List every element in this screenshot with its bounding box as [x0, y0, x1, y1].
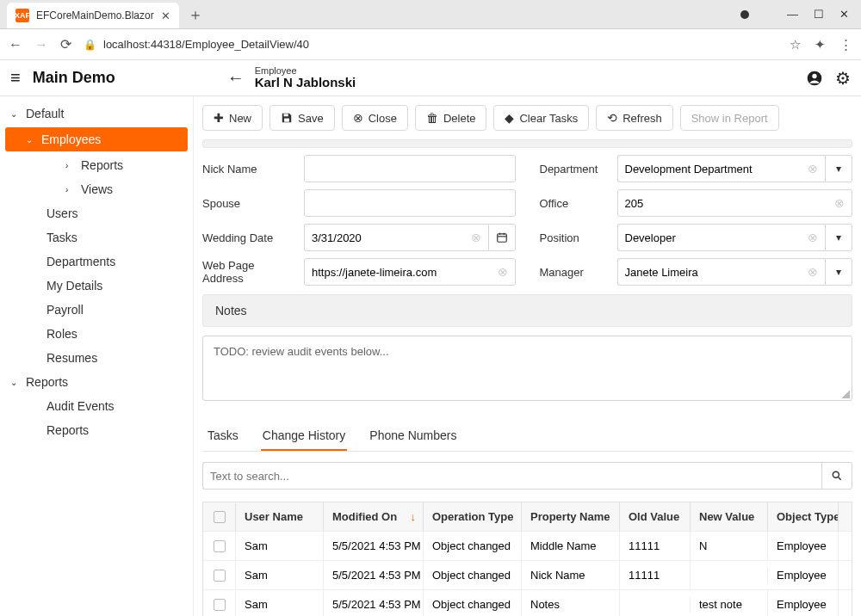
sidebar-item-employees-reports[interactable]: ›Reports	[0, 153, 193, 177]
media-indicator-icon[interactable]	[740, 10, 749, 19]
account-icon[interactable]	[806, 70, 823, 87]
row-checkbox[interactable]	[203, 591, 236, 617]
browser-menu-icon[interactable]: ⋮	[839, 37, 852, 52]
gear-icon[interactable]: ⚙	[835, 68, 851, 89]
hamburger-icon[interactable]: ≡	[10, 68, 21, 88]
row-checkbox[interactable]	[203, 533, 236, 560]
office-input[interactable]: ⊗	[617, 189, 853, 217]
col-old[interactable]: Old Value	[620, 502, 691, 531]
tab-phone-numbers[interactable]: Phone Numbers	[368, 422, 458, 451]
clear-tasks-button[interactable]: ◆Clear Tasks	[493, 105, 589, 131]
department-dropdown-button[interactable]: ▾	[825, 155, 852, 182]
col-operation[interactable]: Operation Type	[424, 502, 522, 531]
position-label: Position	[540, 231, 609, 244]
sidebar-item-reports-sub[interactable]: Reports	[0, 418, 193, 442]
manager-input[interactable]: ⊗	[617, 258, 826, 286]
extensions-icon[interactable]: ✦	[815, 37, 826, 52]
back-arrow-icon[interactable]: ←	[227, 68, 245, 88]
cell-user: Sam	[236, 590, 324, 616]
sidebar-item-roles[interactable]: Roles	[0, 322, 193, 346]
sidebar-item-users[interactable]: Users	[0, 201, 193, 225]
cell-property: Nick Name	[522, 561, 620, 589]
save-button[interactable]: Save	[269, 105, 335, 131]
notes-textarea[interactable]: TODO: review audit events below...	[202, 336, 852, 401]
nav-reload-icon[interactable]: ⟳	[60, 36, 71, 52]
sidebar-item-employees-views[interactable]: ›Views	[0, 177, 193, 201]
trash-icon: 🗑	[426, 111, 438, 125]
cell-object: Employee	[768, 532, 839, 560]
table-row[interactable]: Sam5/5/2021 4:53 PMObject changedNick Na…	[203, 560, 852, 589]
browser-address-bar: ← → ⟳ 🔒 localhost:44318/Employee_DetailV…	[0, 29, 861, 60]
sidebar-item-employees[interactable]: ⌄Employees	[5, 127, 188, 151]
url-field[interactable]: 🔒 localhost:44318/Employee_DetailView/40	[84, 38, 777, 51]
tab-change-history[interactable]: Change History	[261, 422, 348, 451]
sidebar-item-my-details[interactable]: My Details	[0, 274, 193, 298]
spouse-label: Spouse	[202, 197, 295, 210]
clear-icon[interactable]: ⊗	[471, 231, 481, 244]
col-modified[interactable]: Modified On	[324, 502, 424, 531]
cell-new: test note	[691, 590, 768, 616]
sidebar-item-reports-root[interactable]: ⌄Reports	[0, 370, 193, 394]
row-checkbox[interactable]	[203, 562, 236, 589]
department-input[interactable]: ⊗	[617, 155, 826, 182]
table-row[interactable]: Sam5/5/2021 4:53 PMObject changedNoteste…	[203, 589, 852, 616]
svg-line-9	[839, 477, 841, 480]
col-new[interactable]: New Value	[691, 502, 768, 531]
plus-icon: ✚	[214, 111, 224, 125]
svg-point-1	[812, 73, 816, 77]
close-button[interactable]: ⊗Close	[342, 105, 408, 131]
window-maximize-button[interactable]: ☐	[814, 8, 824, 21]
cell-modified: 5/5/2021 4:53 PM	[324, 561, 424, 589]
show-in-report-button[interactable]: Show in Report	[680, 105, 779, 131]
wedding-date-input[interactable]: ⊗	[304, 224, 488, 251]
grid-search-button[interactable]	[821, 462, 852, 490]
svg-rect-3	[284, 119, 289, 122]
sidebar-item-audit-events[interactable]: Audit Events	[0, 394, 193, 418]
cell-new	[691, 568, 768, 583]
position-dropdown-button[interactable]: ▾	[825, 224, 852, 251]
window-close-button[interactable]: ✕	[839, 8, 849, 21]
nav-back-icon[interactable]: ←	[9, 37, 22, 52]
change-history-grid: User Name Modified On Operation Type Pro…	[202, 502, 852, 616]
bookmark-icon[interactable]: ☆	[790, 37, 801, 52]
nick-name-input[interactable]	[304, 155, 516, 182]
refresh-button[interactable]: ⟲Refresh	[596, 105, 673, 131]
window-minimize-button[interactable]: —	[787, 8, 798, 21]
grid-search-input[interactable]	[202, 462, 821, 490]
clear-icon[interactable]: ⊗	[834, 196, 845, 210]
new-tab-button[interactable]: ＋	[188, 4, 203, 25]
sidebar-item-tasks[interactable]: Tasks	[0, 225, 193, 249]
sidebar-item-default[interactable]: ⌄Default	[0, 102, 193, 126]
delete-button[interactable]: 🗑Delete	[415, 105, 487, 131]
col-object[interactable]: Object Type	[768, 502, 839, 531]
tab-title: EFCoreMainDemo.Blazor	[36, 9, 154, 22]
clear-icon[interactable]: ⊗	[808, 162, 818, 176]
clear-icon[interactable]: ⊗	[808, 265, 818, 279]
select-all-checkbox[interactable]	[203, 503, 236, 531]
sidebar-item-resumes[interactable]: Resumes	[0, 346, 193, 370]
browser-tab[interactable]: XAF EFCoreMainDemo.Blazor ✕	[7, 3, 179, 28]
manager-dropdown-button[interactable]: ▾	[825, 258, 852, 286]
col-user[interactable]: User Name	[236, 502, 324, 531]
sidebar-item-departments[interactable]: Departments	[0, 249, 193, 274]
cell-old: 11111	[620, 532, 691, 560]
web-page-input[interactable]: ⊗	[304, 258, 516, 286]
crumb-name: Karl N Jablonski	[255, 76, 356, 90]
sidebar-item-payroll[interactable]: Payroll	[0, 298, 193, 322]
new-button[interactable]: ✚New	[202, 105, 263, 131]
table-row[interactable]: Sam5/5/2021 4:53 PMObject changedMiddle …	[203, 531, 852, 560]
resize-handle-icon[interactable]	[841, 390, 850, 398]
spouse-input[interactable]	[304, 189, 516, 217]
office-label: Office	[540, 197, 609, 210]
tab-tasks[interactable]: Tasks	[206, 422, 240, 451]
clear-icon[interactable]: ⊗	[808, 231, 818, 244]
nav-forward-icon[interactable]: →	[34, 37, 48, 52]
col-property[interactable]: Property Name	[522, 502, 620, 531]
cell-operation: Object changed	[424, 532, 522, 560]
app-header: ≡ Main Demo ← Employee Karl N Jablonski …	[0, 60, 861, 96]
clear-icon[interactable]: ⊗	[498, 265, 508, 279]
tab-close-icon[interactable]: ✕	[161, 9, 170, 22]
web-page-label: Web Page Address	[202, 259, 295, 285]
position-input[interactable]: ⊗	[617, 224, 826, 251]
calendar-button[interactable]	[488, 224, 516, 251]
